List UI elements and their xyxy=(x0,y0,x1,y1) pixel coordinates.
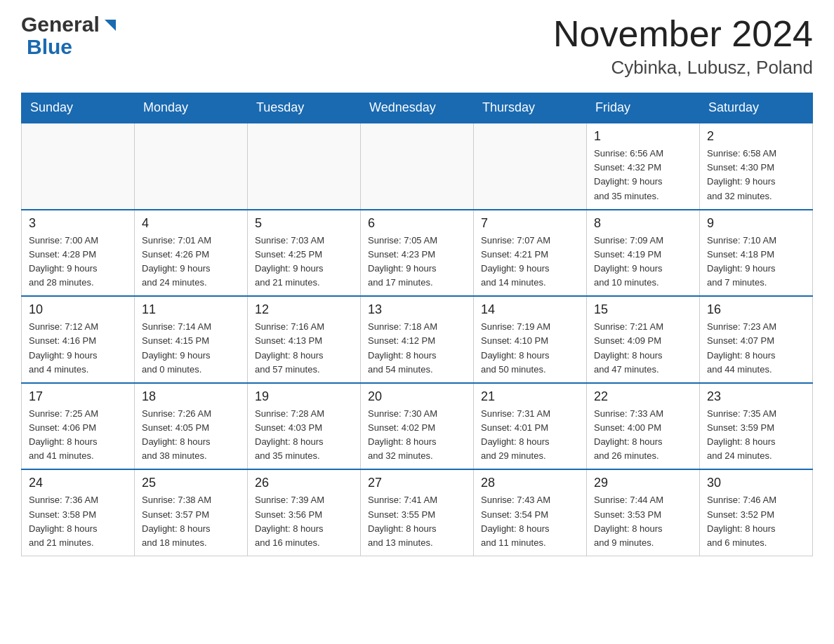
calendar-cell: 19Sunrise: 7:28 AM Sunset: 4:03 PM Dayli… xyxy=(248,383,361,470)
weekday-header-saturday: Saturday xyxy=(700,93,813,123)
day-number: 17 xyxy=(29,389,127,404)
calendar-table: SundayMondayTuesdayWednesdayThursdayFrid… xyxy=(21,93,813,556)
calendar-cell: 13Sunrise: 7:18 AM Sunset: 4:12 PM Dayli… xyxy=(361,296,474,383)
day-info: Sunrise: 7:09 AM Sunset: 4:19 PM Dayligh… xyxy=(594,234,692,290)
calendar-cell: 5Sunrise: 7:03 AM Sunset: 4:25 PM Daylig… xyxy=(248,210,361,297)
day-info: Sunrise: 7:23 AM Sunset: 4:07 PM Dayligh… xyxy=(707,320,805,377)
calendar-cell: 3Sunrise: 7:00 AM Sunset: 4:28 PM Daylig… xyxy=(22,210,135,297)
day-info: Sunrise: 7:05 AM Sunset: 4:23 PM Dayligh… xyxy=(368,234,466,290)
day-info: Sunrise: 7:44 AM Sunset: 3:53 PM Dayligh… xyxy=(594,493,692,550)
day-info: Sunrise: 7:36 AM Sunset: 3:58 PM Dayligh… xyxy=(29,493,127,550)
calendar-cell xyxy=(248,123,361,210)
calendar-cell: 8Sunrise: 7:09 AM Sunset: 4:19 PM Daylig… xyxy=(587,210,700,297)
day-info: Sunrise: 7:46 AM Sunset: 3:52 PM Dayligh… xyxy=(707,493,805,550)
calendar-cell: 4Sunrise: 7:01 AM Sunset: 4:26 PM Daylig… xyxy=(135,210,248,297)
svg-marker-0 xyxy=(105,20,116,31)
day-info: Sunrise: 7:07 AM Sunset: 4:21 PM Dayligh… xyxy=(481,234,579,290)
day-number: 3 xyxy=(29,216,127,231)
calendar-cell: 17Sunrise: 7:25 AM Sunset: 4:06 PM Dayli… xyxy=(22,383,135,470)
calendar-cell: 25Sunrise: 7:38 AM Sunset: 3:57 PM Dayli… xyxy=(135,469,248,556)
day-number: 23 xyxy=(707,389,805,404)
day-number: 2 xyxy=(707,129,805,144)
day-number: 20 xyxy=(368,389,466,404)
calendar-cell xyxy=(135,123,248,210)
calendar-cell: 23Sunrise: 7:35 AM Sunset: 3:59 PM Dayli… xyxy=(700,383,813,470)
calendar-cell: 6Sunrise: 7:05 AM Sunset: 4:23 PM Daylig… xyxy=(361,210,474,297)
calendar-cell: 2Sunrise: 6:58 AM Sunset: 4:30 PM Daylig… xyxy=(700,123,813,210)
day-number: 10 xyxy=(29,302,127,317)
day-number: 9 xyxy=(707,216,805,231)
day-info: Sunrise: 7:21 AM Sunset: 4:09 PM Dayligh… xyxy=(594,320,692,377)
day-number: 25 xyxy=(142,476,240,490)
logo-general-text: General xyxy=(21,14,100,35)
calendar-week-2: 3Sunrise: 7:00 AM Sunset: 4:28 PM Daylig… xyxy=(22,210,813,297)
day-info: Sunrise: 7:33 AM Sunset: 4:00 PM Dayligh… xyxy=(594,407,692,464)
day-number: 16 xyxy=(707,302,805,317)
day-number: 13 xyxy=(368,302,466,317)
calendar-cell: 18Sunrise: 7:26 AM Sunset: 4:05 PM Dayli… xyxy=(135,383,248,470)
day-info: Sunrise: 7:31 AM Sunset: 4:01 PM Dayligh… xyxy=(481,407,579,464)
day-number: 4 xyxy=(142,216,240,231)
day-info: Sunrise: 7:19 AM Sunset: 4:10 PM Dayligh… xyxy=(481,320,579,377)
day-number: 12 xyxy=(255,302,353,317)
calendar-cell: 11Sunrise: 7:14 AM Sunset: 4:15 PM Dayli… xyxy=(135,296,248,383)
day-number: 5 xyxy=(255,216,353,231)
calendar-cell xyxy=(474,123,587,210)
calendar-subtitle: Cybinka, Lubusz, Poland xyxy=(553,57,813,79)
day-info: Sunrise: 7:10 AM Sunset: 4:18 PM Dayligh… xyxy=(707,234,805,290)
calendar-cell: 9Sunrise: 7:10 AM Sunset: 4:18 PM Daylig… xyxy=(700,210,813,297)
weekday-header-thursday: Thursday xyxy=(474,93,587,123)
logo: General Blue xyxy=(21,14,117,59)
calendar-cell xyxy=(361,123,474,210)
day-number: 26 xyxy=(255,476,353,490)
day-number: 29 xyxy=(594,476,692,490)
calendar-cell: 29Sunrise: 7:44 AM Sunset: 3:53 PM Dayli… xyxy=(587,469,700,556)
calendar-cell: 20Sunrise: 7:30 AM Sunset: 4:02 PM Dayli… xyxy=(361,383,474,470)
day-number: 1 xyxy=(594,129,692,144)
day-number: 14 xyxy=(481,302,579,317)
day-number: 22 xyxy=(594,389,692,404)
title-block: November 2024 Cybinka, Lubusz, Poland xyxy=(553,14,813,79)
calendar-cell: 7Sunrise: 7:07 AM Sunset: 4:21 PM Daylig… xyxy=(474,210,587,297)
day-info: Sunrise: 7:01 AM Sunset: 4:26 PM Dayligh… xyxy=(142,234,240,290)
day-info: Sunrise: 7:00 AM Sunset: 4:28 PM Dayligh… xyxy=(29,234,127,290)
day-number: 28 xyxy=(481,476,579,490)
day-number: 19 xyxy=(255,389,353,404)
day-number: 18 xyxy=(142,389,240,404)
day-info: Sunrise: 7:14 AM Sunset: 4:15 PM Dayligh… xyxy=(142,320,240,377)
calendar-cell: 10Sunrise: 7:12 AM Sunset: 4:16 PM Dayli… xyxy=(22,296,135,383)
weekday-header-wednesday: Wednesday xyxy=(361,93,474,123)
day-number: 27 xyxy=(368,476,466,490)
calendar-cell: 27Sunrise: 7:41 AM Sunset: 3:55 PM Dayli… xyxy=(361,469,474,556)
weekday-header-friday: Friday xyxy=(587,93,700,123)
day-number: 7 xyxy=(481,216,579,231)
calendar-title: November 2024 xyxy=(553,14,813,54)
calendar-cell: 30Sunrise: 7:46 AM Sunset: 3:52 PM Dayli… xyxy=(700,469,813,556)
calendar-cell: 14Sunrise: 7:19 AM Sunset: 4:10 PM Dayli… xyxy=(474,296,587,383)
calendar-cell: 21Sunrise: 7:31 AM Sunset: 4:01 PM Dayli… xyxy=(474,383,587,470)
day-info: Sunrise: 7:18 AM Sunset: 4:12 PM Dayligh… xyxy=(368,320,466,377)
weekday-header-tuesday: Tuesday xyxy=(248,93,361,123)
day-info: Sunrise: 6:58 AM Sunset: 4:30 PM Dayligh… xyxy=(707,147,805,203)
calendar-week-5: 24Sunrise: 7:36 AM Sunset: 3:58 PM Dayli… xyxy=(22,469,813,556)
day-number: 6 xyxy=(368,216,466,231)
logo-blue-text: Blue xyxy=(27,35,72,58)
day-number: 21 xyxy=(481,389,579,404)
page-header: General Blue November 2024 Cybinka, Lubu… xyxy=(21,14,813,79)
day-info: Sunrise: 7:16 AM Sunset: 4:13 PM Dayligh… xyxy=(255,320,353,377)
day-info: Sunrise: 7:39 AM Sunset: 3:56 PM Dayligh… xyxy=(255,493,353,550)
calendar-cell: 16Sunrise: 7:23 AM Sunset: 4:07 PM Dayli… xyxy=(700,296,813,383)
day-info: Sunrise: 7:35 AM Sunset: 3:59 PM Dayligh… xyxy=(707,407,805,464)
day-info: Sunrise: 7:25 AM Sunset: 4:06 PM Dayligh… xyxy=(29,407,127,464)
day-info: Sunrise: 7:30 AM Sunset: 4:02 PM Dayligh… xyxy=(368,407,466,464)
calendar-week-4: 17Sunrise: 7:25 AM Sunset: 4:06 PM Dayli… xyxy=(22,383,813,470)
calendar-week-3: 10Sunrise: 7:12 AM Sunset: 4:16 PM Dayli… xyxy=(22,296,813,383)
calendar-cell: 28Sunrise: 7:43 AM Sunset: 3:54 PM Dayli… xyxy=(474,469,587,556)
calendar-cell: 24Sunrise: 7:36 AM Sunset: 3:58 PM Dayli… xyxy=(22,469,135,556)
day-number: 8 xyxy=(594,216,692,231)
calendar-cell: 15Sunrise: 7:21 AM Sunset: 4:09 PM Dayli… xyxy=(587,296,700,383)
day-info: Sunrise: 7:12 AM Sunset: 4:16 PM Dayligh… xyxy=(29,320,127,377)
day-number: 24 xyxy=(29,476,127,490)
calendar-cell xyxy=(22,123,135,210)
day-number: 15 xyxy=(594,302,692,317)
